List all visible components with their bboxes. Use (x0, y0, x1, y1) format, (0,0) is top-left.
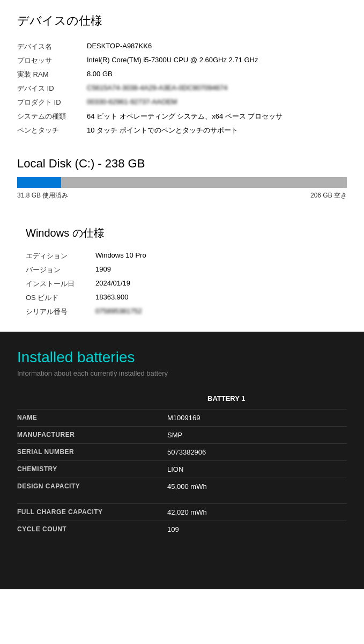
battery-row-label: NAME (17, 414, 167, 421)
spec-label: OS ビルド (26, 291, 95, 305)
spec-value: Windows 10 Pro (95, 249, 347, 263)
battery-row-value: 5073382906 (167, 448, 347, 456)
windows-spec-section: Windows の仕様 エディションWindows 10 Proバージョン190… (0, 219, 364, 332)
battery-row-value: 109 (167, 525, 347, 533)
table-row: ペンとタッチ10 タッチ ポイントでのペンとタッチのサポート (17, 123, 347, 137)
spec-label: バージョン (26, 263, 95, 277)
table-row: 実装 RAM8.00 GB (17, 68, 347, 82)
installed-batteries-title: Installed batteries (17, 349, 347, 366)
spec-value: 10 タッチ ポイントでのペンとタッチのサポート (87, 123, 347, 137)
spec-value: 1909 (95, 263, 347, 277)
spec-value: 075895381752 (95, 305, 347, 319)
disk-bar-used (17, 177, 61, 188)
battery-row-label: SERIAL NUMBER (17, 448, 167, 456)
table-row: デバイス IDC5615A74-3038-4A29-A3EA-0DC907094… (17, 82, 347, 96)
table-row: エディションWindows 10 Pro (26, 249, 347, 263)
battery-row-label: MANUFACTURER (17, 431, 167, 438)
battery-header-row: BATTERY 1 (17, 394, 347, 402)
table-row: システムの種類64 ビット オペレーティング システム、x64 ベース プロセッ… (17, 109, 347, 123)
battery-row-value: 42,020 mWh (167, 508, 347, 516)
disk-labels: 31.8 GB 使用済み 206 GB 空き (17, 191, 347, 200)
device-spec-table: デバイス名DESKTOP-A987KK6プロセッサIntel(R) Core(T… (17, 40, 347, 137)
battery-row: MANUFACTURERSMP (17, 426, 347, 443)
disk-title: Local Disk (C:) - 238 GB (17, 157, 347, 171)
table-row: デバイス名DESKTOP-A987KK6 (17, 40, 347, 54)
installed-batteries-subtitle: Information about each currently install… (17, 369, 347, 377)
battery-row: CHEMISTRYLION (17, 460, 347, 478)
disk-bar-container (17, 177, 347, 188)
battery-row-label: DESIGN CAPACITY (17, 482, 167, 490)
spec-label: システムの種類 (17, 109, 87, 123)
battery-row-value: LION (167, 465, 347, 473)
spec-value: 8.00 GB (87, 68, 347, 82)
disk-used-label: 31.8 GB 使用済み (17, 191, 68, 200)
battery-row-label: CHEMISTRY (17, 465, 167, 473)
battery-row-value: 45,000 mWh (167, 482, 347, 491)
spec-label: プロダクト ID (17, 96, 87, 109)
battery-spacer (17, 495, 347, 503)
spec-value: C5615A74-3038-4A29-A3EA-0DC907094674 (87, 82, 347, 96)
table-row: OS ビルド18363.900 (26, 291, 347, 305)
battery-row: SERIAL NUMBER5073382906 (17, 443, 347, 460)
table-row: プロダクト ID00330-62961-92737-AAOEM (17, 96, 347, 109)
battery-grid: BATTERY 1 NAMEM1009169MANUFACTURERSMPSER… (17, 394, 347, 538)
spec-value: DESKTOP-A987KK6 (87, 40, 347, 54)
spec-label: インストール日 (26, 277, 95, 291)
spec-value: 18363.900 (95, 291, 347, 305)
battery-row: FULL CHARGE CAPACITY42,020 mWh (17, 503, 347, 521)
battery-row: NAMEM1009169 (17, 409, 347, 426)
spec-label: デバイス ID (17, 82, 87, 96)
windows-spec-table: エディションWindows 10 Proバージョン1909インストール日2024… (26, 249, 347, 319)
spec-value: 2024/01/19 (95, 277, 347, 291)
table-row: バージョン1909 (26, 263, 347, 277)
battery-row-label: CYCLE COUNT (17, 525, 167, 533)
battery-section: Installed batteries Information about ea… (0, 332, 364, 589)
spec-value: Intel(R) Core(TM) i5-7300U CPU @ 2.60GHz… (87, 54, 347, 68)
disk-free-label: 206 GB 空き (310, 191, 347, 200)
spec-label: デバイス名 (17, 40, 87, 54)
battery-row-value: M1009169 (167, 414, 347, 422)
battery-header-label: BATTERY 1 (207, 394, 347, 402)
windows-spec-title: Windows の仕様 (26, 226, 347, 240)
spec-value: 64 ビット オペレーティング システム、x64 ベース プロセッサ (87, 109, 347, 123)
battery-row: DESIGN CAPACITY45,000 mWh (17, 478, 347, 495)
disk-section: Local Disk (C:) - 238 GB 31.8 GB 使用済み 20… (0, 148, 364, 219)
spec-label: シリアル番号 (26, 305, 95, 319)
device-spec-section: デバイスの仕様 デバイス名DESKTOP-A987KK6プロセッサIntel(R… (0, 0, 364, 148)
battery-row-label: FULL CHARGE CAPACITY (17, 508, 167, 516)
table-row: インストール日2024/01/19 (26, 277, 347, 291)
table-row: プロセッサIntel(R) Core(TM) i5-7300U CPU @ 2.… (17, 54, 347, 68)
spec-label: 実装 RAM (17, 68, 87, 82)
device-spec-title: デバイスの仕様 (17, 13, 347, 29)
battery-row-value: SMP (167, 431, 347, 439)
spec-label: ペンとタッチ (17, 123, 87, 137)
battery-row: CYCLE COUNT109 (17, 521, 347, 538)
spec-label: プロセッサ (17, 54, 87, 68)
spec-label: エディション (26, 249, 95, 263)
table-row: シリアル番号075895381752 (26, 305, 347, 319)
spec-value: 00330-62961-92737-AAOEM (87, 96, 347, 109)
